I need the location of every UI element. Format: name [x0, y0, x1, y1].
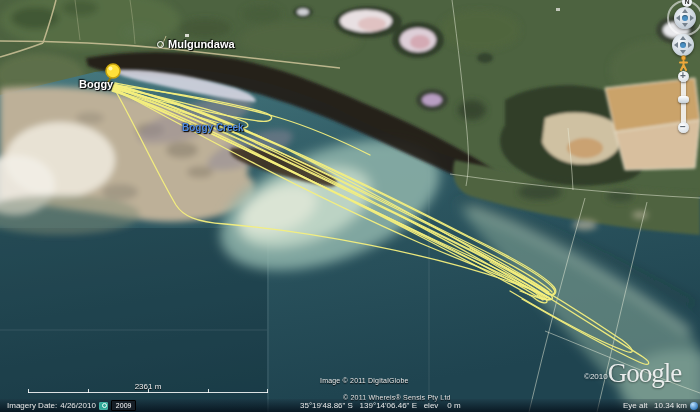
move-center-dot [680, 42, 686, 48]
zoom-slider[interactable]: + − [676, 71, 690, 133]
eye-altitude: Eye alt 10.34 km [623, 401, 687, 410]
placemark-mulgundawa[interactable]: Mulgundawa [157, 39, 235, 50]
imagery-attribution: Image © 2011 DigitalGlobe [320, 377, 409, 384]
zoom-slider-handle[interactable] [678, 96, 689, 103]
watermark-year: ©2010 [584, 372, 608, 381]
scale-tick [28, 389, 29, 393]
status-bar: Imagery Date: 4/26/2010 2009 35°19'48.86… [0, 399, 700, 412]
look-center-dot [682, 15, 688, 21]
move-down-arrow-icon [680, 50, 686, 54]
imagery-date-label: Imagery Date: [7, 401, 57, 410]
look-joystick[interactable]: N [667, 0, 700, 36]
move-right-arrow-icon [688, 42, 692, 48]
pointer-coordinates: 35°19'48.86" S 139°14'06.46" E elev 0 m [300, 401, 461, 410]
historical-imagery-icon[interactable] [99, 402, 108, 410]
zoom-out-button[interactable]: − [678, 122, 689, 133]
google-logo: Google [608, 360, 681, 387]
google-watermark: ©2010 Google [584, 360, 681, 387]
look-right-arrow-icon [690, 15, 694, 21]
move-joystick[interactable] [672, 34, 694, 56]
look-joystick-disc[interactable] [674, 7, 696, 29]
scale-bar: 2361 m [28, 382, 268, 396]
history-year-badge[interactable]: 2009 [111, 400, 137, 411]
north-indicator[interactable]: N [682, 0, 692, 7]
place-dot-icon [157, 41, 164, 48]
pushpin-label[interactable]: Boggy [79, 79, 113, 90]
scale-tick [208, 389, 209, 393]
look-left-arrow-icon [676, 15, 680, 21]
scale-tick [148, 389, 149, 393]
streaming-globe-icon [690, 402, 698, 410]
move-left-arrow-icon [674, 42, 678, 48]
move-up-arrow-icon [680, 36, 686, 40]
street-view-pegman-icon[interactable] [677, 55, 690, 71]
water-label-boggy-creek: Boggy Creek [182, 123, 244, 133]
scale-tick [88, 389, 89, 393]
look-down-arrow-icon [682, 23, 688, 27]
look-up-arrow-icon [682, 9, 688, 13]
imagery-date-value: 4/26/2010 [60, 401, 96, 410]
scale-tick [267, 389, 268, 393]
zoom-in-button[interactable]: + [678, 71, 689, 82]
place-label: Mulgundawa [168, 39, 235, 50]
google-earth-viewport[interactable]: Mulgundawa Boggy Boggy Creek N + − [0, 0, 700, 412]
